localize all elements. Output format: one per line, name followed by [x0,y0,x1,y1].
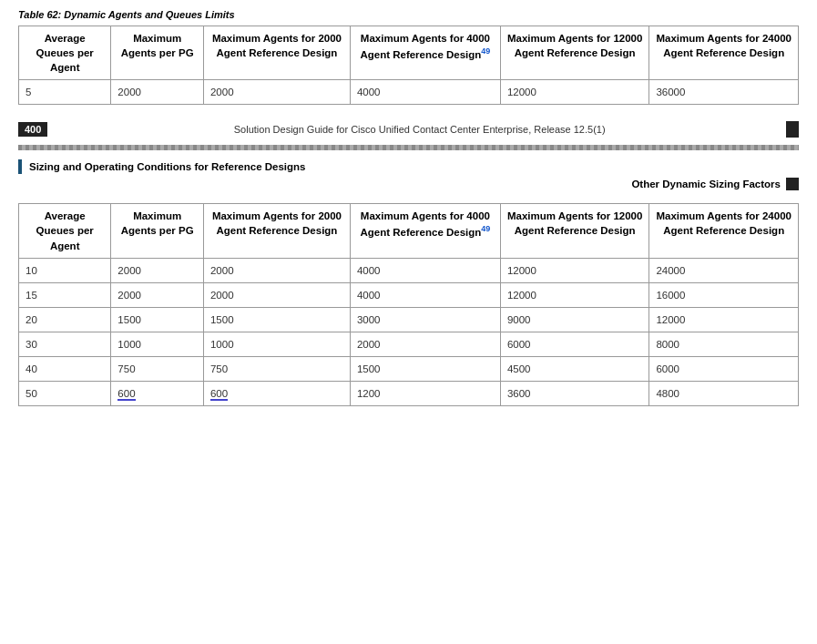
right-header-label: Other Dynamic Sizing Factors [631,179,781,189]
table-row: 40 750 750 1500 4500 6000 [19,357,799,382]
page-badge: 400 [18,122,47,137]
t2-cell-1-2: 2000 [203,282,350,307]
t2-cell-3-0: 30 [19,332,111,356]
table1-cell-0-5: 36000 [649,80,799,105]
t2-cell-5-3: 1200 [350,382,500,406]
blue-bar-icon [18,159,22,174]
section2-title: Sizing and Operating Conditions for Refe… [29,161,306,172]
t2-cell-5-4: 3600 [500,382,649,406]
t2-cell-3-2: 1000 [203,332,350,356]
t2-cell-1-4: 12000 [500,282,649,307]
t2-cell-3-1: 1000 [111,332,204,356]
table2-header-col2: Maximum Agents per PG [111,204,204,258]
table1-header-col4: Maximum Agents for 4000 Agent Reference … [350,26,500,80]
t2-cell-5-5: 4800 [649,382,799,406]
table-row: 20 1500 1500 3000 9000 12000 [19,307,799,332]
page-footer: 400 Solution Design Guide for Cisco Unif… [18,121,799,138]
footnote-49-2: 49 [481,224,490,233]
t2-cell-0-3: 4000 [350,258,500,282]
t2-cell-1-1: 2000 [111,282,204,307]
t2-cell-2-0: 20 [19,307,111,332]
t2-cell-3-5: 8000 [649,332,799,356]
table2-header-col5: Maximum Agents for 12000 Agent Reference… [500,204,649,258]
table1-cell-0-2: 2000 [203,80,350,105]
table-row: 50 600 600 1200 3600 4800 [19,382,799,406]
t2-cell-4-1: 750 [111,357,204,382]
t2-cell-4-3: 1500 [350,357,500,382]
t2-cell-0-5: 24000 [649,258,799,282]
t2-cell-2-5: 12000 [649,307,799,332]
t2-cell-0-4: 12000 [500,258,649,282]
t2-cell-2-4: 9000 [500,307,649,332]
t2-cell-4-5: 6000 [649,357,799,382]
table1-header-col3: Maximum Agents for 2000 Agent Reference … [203,26,350,80]
table2-header-col6: Maximum Agents for 24000 Agent Reference… [649,204,799,258]
t2-cell-1-0: 15 [19,282,111,307]
table1: Average Queues per Agent Maximum Agents … [18,26,799,105]
t2-cell-2-3: 3000 [350,307,500,332]
t2-cell-0-0: 10 [19,258,111,282]
right-header: Other Dynamic Sizing Factors [18,178,799,190]
t2-cell-5-1: 600 [111,382,204,406]
table2-header-col4: Maximum Agents for 4000 Agent Reference … [350,204,500,258]
table2: Average Queues per Agent Maximum Agents … [18,203,799,406]
table1-cell-0-3: 4000 [350,80,500,105]
table2-header-col3: Maximum Agents for 2000 Agent Reference … [203,204,350,258]
section2-header: Sizing and Operating Conditions for Refe… [18,159,799,174]
table1-header-col1: Average Queues per Agent [19,26,111,80]
t2-cell-5-2: 600 [203,382,350,406]
table-row: 30 1000 1000 2000 6000 8000 [19,332,799,356]
page-footer-label: Solution Design Guide for Cisco Unified … [53,124,786,135]
t2-cell-3-4: 6000 [500,332,649,356]
t2-cell-4-2: 750 [203,357,350,382]
t2-cell-0-1: 2000 [111,258,204,282]
table1-header-col6: Maximum Agents for 24000 Agent Reference… [649,26,799,80]
table1-cell-0-0: 5 [19,80,111,105]
footnote-49-1: 49 [481,46,490,56]
table-row: 15 2000 2000 4000 12000 16000 [19,282,799,307]
thick-divider [18,145,799,150]
t2-cell-1-3: 4000 [350,282,500,307]
table2-header-col1: Average Queues per Agent [19,204,111,258]
t2-cell-5-0: 50 [19,382,111,406]
t2-cell-2-1: 1500 [111,307,204,332]
table1-cell-0-4: 12000 [500,80,649,105]
table1-header-col5: Maximum Agents for 12000 Agent Reference… [500,26,649,80]
t2-cell-4-4: 4500 [500,357,649,382]
page-bar-right [786,121,799,138]
t2-cell-1-5: 16000 [649,282,799,307]
table1-caption: Table 62: Dynamic Agents and Queues Limi… [18,9,799,20]
t2-cell-4-0: 40 [19,357,111,382]
table1-cell-0-1: 2000 [111,80,204,105]
t2-cell-3-3: 2000 [350,332,500,356]
table-row: 10 2000 2000 4000 12000 24000 [19,258,799,282]
table1-header-col2: Maximum Agents per PG [111,26,204,80]
t2-cell-0-2: 2000 [203,258,350,282]
t2-cell-2-2: 1500 [203,307,350,332]
table-row: 5 2000 2000 4000 12000 36000 [19,80,799,105]
black-square-icon [786,178,799,190]
